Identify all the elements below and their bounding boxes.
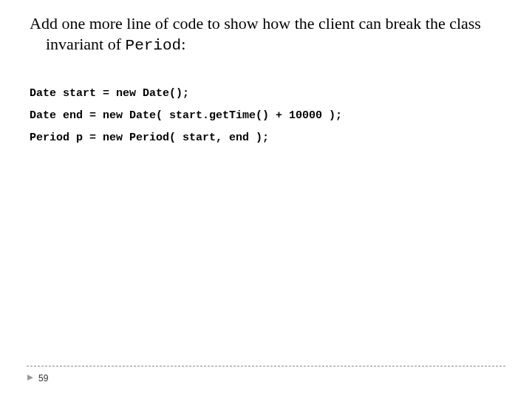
slide: Add one more line of code to show how th… bbox=[0, 0, 532, 399]
heading-line2-suffix: : bbox=[181, 35, 185, 53]
page-number: 59 bbox=[38, 373, 48, 383]
code-block: Date start = new Date(); Date end = new … bbox=[30, 83, 502, 149]
play-icon bbox=[27, 373, 34, 383]
code-line-1: Date start = new Date(); bbox=[30, 87, 189, 100]
svg-marker-0 bbox=[27, 375, 33, 381]
heading-mono: Period bbox=[126, 37, 182, 54]
prompt-text: Add one more line of code to show how th… bbox=[30, 13, 502, 55]
footer: 59 bbox=[27, 366, 505, 384]
heading-line1: Add one more line of code to show how th… bbox=[30, 14, 421, 33]
code-line-2: Date end = new Date( start.getTime() + 1… bbox=[30, 109, 342, 122]
page-number-container: 59 bbox=[27, 373, 48, 383]
code-line-3: Period p = new Period( start, end ); bbox=[30, 132, 269, 144]
